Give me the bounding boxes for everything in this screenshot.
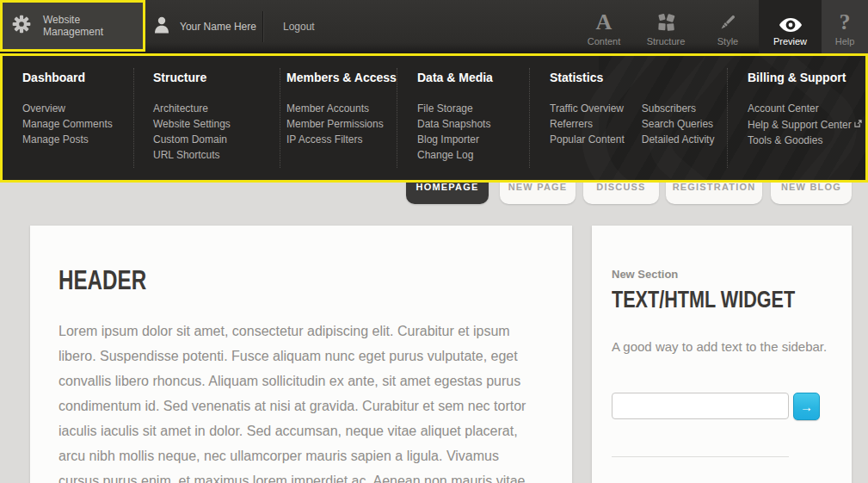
nav-style-button[interactable]: Style xyxy=(697,0,759,53)
person-icon xyxy=(153,15,170,39)
nav-preview-label: Preview xyxy=(773,36,807,46)
question-mark-icon: ? xyxy=(840,9,851,33)
main-content-panel: HEADER Lorem ipsum dolor sit amet, conse… xyxy=(30,226,572,483)
topbar-divider xyxy=(262,11,263,42)
nav-preview-button[interactable]: Preview xyxy=(759,0,822,53)
menu-column-statistics: Statistics Traffic Overview Referrers Po… xyxy=(550,71,714,147)
user-name-label: Your Name Here xyxy=(180,21,256,33)
menu-column-structure: Structure Architecture Website Settings … xyxy=(153,71,231,163)
user-account-button[interactable]: Your Name Here xyxy=(146,0,256,53)
menu-item-account-center[interactable]: Account Center xyxy=(748,101,862,116)
menu-item-blog-importer[interactable]: Blog Importer xyxy=(417,132,493,147)
menu-item-popular-content[interactable]: Popular Content xyxy=(550,132,625,147)
sidebar-panel: New Section TEXT/HTML WIDGET A good way … xyxy=(592,226,852,483)
menu-item-search-queries[interactable]: Search Queries xyxy=(642,116,715,132)
submit-arrow-button[interactable]: → xyxy=(793,393,820,420)
menu-item-referrers[interactable]: Referrers xyxy=(550,116,625,132)
content-icon: A xyxy=(596,9,613,33)
menu-item-member-permissions[interactable]: Member Permissions xyxy=(286,116,397,132)
menu-item-data-snapshots[interactable]: Data Snapshots xyxy=(417,116,493,132)
management-menu-panel: Dashboard Overview Manage Comments Manag… xyxy=(0,53,868,183)
menu-item-traffic-overview[interactable]: Traffic Overview xyxy=(550,101,625,116)
menu-column-data-media: Data & Media File Storage Data Snapshots… xyxy=(417,71,493,163)
gear-icon xyxy=(12,15,31,37)
logout-button[interactable]: Logout xyxy=(274,0,323,53)
menu-item-website-settings[interactable]: Website Settings xyxy=(153,116,231,132)
menu-column-title: Statistics xyxy=(550,71,714,84)
structure-blocks-icon xyxy=(656,9,676,33)
menu-column-divider xyxy=(727,68,728,168)
menu-column-divider xyxy=(280,68,280,168)
menu-column-title: Members & Access xyxy=(286,71,397,84)
menu-column-divider xyxy=(133,68,134,168)
widget-input-row: → xyxy=(612,393,852,420)
menu-item-url-shortcuts[interactable]: URL Shortcuts xyxy=(153,147,231,163)
menu-column-title: Billing & Support xyxy=(748,71,862,84)
menu-item-detailed-activity[interactable]: Detailed Activity xyxy=(642,132,715,147)
eye-icon xyxy=(779,9,803,33)
menu-item-label: Help & Support Center xyxy=(748,119,852,131)
page-heading: HEADER xyxy=(58,265,459,296)
menu-item-custom-domain[interactable]: Custom Domain xyxy=(153,132,231,147)
nav-structure-label: Structure xyxy=(647,36,686,46)
nav-help-label: Help xyxy=(835,36,855,46)
menu-column-divider xyxy=(397,68,397,168)
paintbrush-icon xyxy=(717,9,738,33)
widget-title: TEXT/HTML WIDGET xyxy=(612,287,803,313)
external-link-icon xyxy=(854,116,862,132)
widget-text-input[interactable] xyxy=(612,393,789,419)
menu-column-billing-support: Billing & Support Account Center Help & … xyxy=(748,71,862,148)
nav-content-button[interactable]: A Content xyxy=(573,0,635,53)
menu-item-manage-comments[interactable]: Manage Comments xyxy=(22,116,113,132)
nav-style-label: Style xyxy=(717,36,738,46)
topbar: Website Management Your Name Here Logout… xyxy=(0,0,868,53)
menu-item-help-support-center[interactable]: Help & Support Center xyxy=(748,116,862,133)
menu-item-manage-posts[interactable]: Manage Posts xyxy=(22,132,113,147)
menu-item-file-storage[interactable]: File Storage xyxy=(417,101,493,116)
menu-item-subscribers[interactable]: Subscribers xyxy=(642,101,715,116)
body-paragraph: Lorem ipsum dolor sit amet, consectetur … xyxy=(58,319,543,483)
menu-item-ip-access-filters[interactable]: IP Access Filters xyxy=(286,132,397,147)
nav-structure-button[interactable]: Structure xyxy=(635,0,697,53)
menu-column-dashboard: Dashboard Overview Manage Comments Manag… xyxy=(22,71,113,147)
website-management-label: Website Management xyxy=(43,14,143,38)
menu-column-title: Structure xyxy=(153,71,231,84)
section-label: New Section xyxy=(612,268,852,281)
website-management-menu-button[interactable]: Website Management xyxy=(0,0,145,52)
menu-item-change-log[interactable]: Change Log xyxy=(417,147,493,163)
widget-divider xyxy=(612,456,789,457)
menu-item-overview[interactable]: Overview xyxy=(22,101,113,116)
nav-content-label: Content xyxy=(588,36,621,46)
menu-column-title: Data & Media xyxy=(417,71,493,84)
menu-column-members-access: Members & Access Member Accounts Member … xyxy=(286,71,397,147)
widget-description: A good way to add text to the sidebar. xyxy=(612,339,852,354)
menu-item-tools-goodies[interactable]: Tools & Goodies xyxy=(748,133,862,148)
nav-help-button[interactable]: ? Help xyxy=(822,0,868,53)
menu-column-title: Dashboard xyxy=(22,71,113,84)
menu-column-divider xyxy=(529,68,530,168)
topnav: A Content Structure xyxy=(573,0,868,53)
menu-item-architecture[interactable]: Architecture xyxy=(153,101,231,116)
menu-item-member-accounts[interactable]: Member Accounts xyxy=(286,101,397,116)
